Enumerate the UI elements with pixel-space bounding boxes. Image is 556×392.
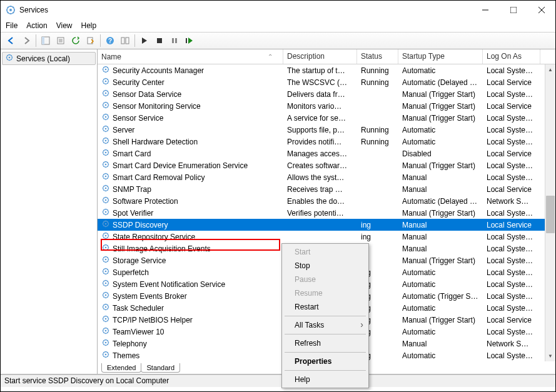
ctx-all-tasks[interactable]: All Tasks — [283, 318, 367, 332]
ctx-resume: Resume — [283, 286, 367, 300]
navigation-tree: Services (Local) — [1, 49, 98, 374]
service-name-cell: Security Center — [98, 77, 283, 88]
gear-icon — [101, 338, 110, 349]
gear-icon — [101, 208, 110, 218]
service-name-cell: Storage Service — [98, 255, 283, 266]
ctx-restart[interactable]: Restart — [283, 300, 367, 314]
close-button[interactable] — [527, 1, 555, 19]
svg-point-58 — [105, 271, 107, 273]
service-row[interactable]: Spot VerifierVerifies potenti…Manual (Tr… — [98, 207, 555, 219]
start-service-button[interactable] — [138, 34, 151, 48]
service-name: Sensor Data Service — [113, 90, 181, 99]
service-row[interactable]: Smart CardManages acces…DisabledLocal Se… — [98, 148, 555, 159]
service-row[interactable]: Sensor ServiceA service for se…Manual (T… — [98, 112, 555, 124]
menu-file[interactable]: File — [6, 21, 18, 30]
back-button[interactable] — [4, 34, 18, 48]
forward-button[interactable] — [19, 34, 33, 48]
service-startup-type: Automatic — [398, 351, 483, 360]
service-startup-type: Automatic — [398, 328, 483, 336]
maximize-button[interactable] — [499, 1, 527, 19]
service-log-on-as: Local Syste… — [483, 114, 540, 123]
gear-icon — [101, 231, 110, 242]
column-log-on-as[interactable]: Log On As — [483, 49, 540, 64]
service-row[interactable]: Security Accounts ManagerThe startup of … — [98, 64, 555, 76]
service-row[interactable]: Smart Card Removal PolicyAllows the syst… — [98, 171, 555, 183]
ctx-refresh[interactable]: Refresh — [283, 336, 367, 350]
service-name-cell: Sensor Data Service — [98, 89, 283, 99]
tree-root-node[interactable]: Services (Local) — [2, 52, 96, 65]
service-row[interactable]: State Repository ServiceingManualLocal S… — [98, 231, 555, 243]
ctx-properties[interactable]: Properties — [283, 354, 367, 368]
tab-standard[interactable]: Standard — [141, 363, 180, 373]
svg-point-24 — [105, 69, 107, 71]
service-startup-type: Automatic — [398, 66, 483, 75]
service-name-cell: SSDP Discovery — [98, 219, 283, 230]
scroll-up-arrow-icon[interactable]: ▲ — [545, 64, 555, 75]
scrollbar-thumb[interactable] — [546, 196, 555, 233]
menu-help[interactable]: Help — [81, 21, 97, 30]
ctx-help[interactable]: Help — [283, 373, 367, 386]
svg-point-34 — [105, 128, 107, 130]
service-row[interactable]: Shell Hardware DetectionProvides notifi…… — [98, 136, 555, 148]
gear-icon — [101, 124, 110, 135]
column-description[interactable]: Description — [283, 49, 357, 64]
svg-point-70 — [105, 342, 107, 344]
service-row[interactable]: Security CenterThe WSCSVC (…RunningAutom… — [98, 76, 555, 88]
column-name[interactable]: Name⌃ — [98, 49, 283, 64]
service-row[interactable]: Sensor Monitoring ServiceMonitors vario…… — [98, 100, 555, 112]
gear-icon — [101, 291, 110, 301]
svg-point-72 — [105, 354, 107, 356]
properties-toolbar-button[interactable] — [54, 34, 68, 48]
service-log-on-as: Local Syste… — [483, 161, 540, 170]
service-startup-type: Automatic — [398, 138, 483, 146]
svg-point-68 — [105, 330, 107, 332]
service-log-on-as: Local Syste… — [483, 244, 540, 253]
service-startup-type: Automatic (Trigger S… — [398, 292, 483, 301]
column-startup-type[interactable]: Startup Type — [398, 49, 483, 64]
service-startup-type: Manual — [398, 185, 483, 194]
service-row[interactable]: Smart Card Device Enumeration ServiceCre… — [98, 159, 555, 171]
service-startup-type: Automatic — [398, 280, 483, 289]
export-button[interactable] — [84, 34, 98, 48]
svg-point-54 — [105, 247, 107, 249]
tab-extended[interactable]: Extended — [101, 363, 141, 373]
gear-icon — [101, 101, 110, 111]
service-startup-type: Manual (Trigger Start) — [398, 209, 483, 218]
service-row[interactable]: ServerSupports file, p…RunningAutomaticL… — [98, 124, 555, 136]
service-status: Running — [357, 138, 398, 146]
column-status[interactable]: Status — [357, 49, 398, 64]
service-log-on-as: Local Syste… — [483, 66, 540, 75]
service-name-cell: System Event Notification Service — [98, 279, 283, 289]
view-tabs: Extended Standard — [98, 361, 179, 374]
stop-service-button[interactable] — [153, 34, 166, 48]
service-description: Creates softwar… — [283, 161, 357, 170]
service-row[interactable]: SSDP DiscoveryingManualLocal Service — [98, 219, 555, 231]
service-name: Software Protection — [113, 197, 178, 206]
service-name-cell: Smart Card Device Enumeration Service — [98, 160, 283, 171]
menu-view[interactable]: View — [56, 21, 73, 30]
service-log-on-as: Network S… — [483, 339, 540, 348]
ctx-stop[interactable]: Stop — [283, 259, 367, 273]
gear-icon — [101, 279, 110, 289]
vertical-scrollbar[interactable]: ▲ ▼ — [545, 64, 555, 361]
menu-action[interactable]: Action — [26, 21, 47, 30]
service-row[interactable]: Software ProtectionEnables the do…Automa… — [98, 195, 555, 207]
service-log-on-as: Local Syste… — [483, 90, 540, 99]
service-description: The WSCSVC (… — [283, 78, 357, 87]
service-row[interactable]: Sensor Data ServiceDelivers data fr…Manu… — [98, 88, 555, 100]
gear-icon — [101, 113, 110, 123]
service-name-cell: Shell Hardware Detection — [98, 136, 283, 147]
minimize-button[interactable] — [471, 1, 499, 19]
service-status: ing — [357, 221, 398, 229]
service-log-on-as: Local Syste… — [483, 292, 540, 301]
show-hide-tree-button[interactable] — [39, 34, 53, 48]
restart-service-button[interactable] — [183, 34, 196, 48]
service-startup-type: Manual (Trigger Start) — [398, 316, 483, 324]
service-log-on-as: Local Service — [483, 185, 540, 194]
refresh-button[interactable] — [69, 34, 83, 48]
toolbar-panel-icon[interactable] — [118, 34, 132, 48]
scroll-down-arrow-icon[interactable]: ▼ — [545, 351, 555, 361]
pause-service-button[interactable] — [168, 34, 181, 48]
help-toolbar-button[interactable]: ? — [103, 34, 117, 48]
service-row[interactable]: SNMP TrapReceives trap …ManualLocal Serv… — [98, 183, 555, 195]
